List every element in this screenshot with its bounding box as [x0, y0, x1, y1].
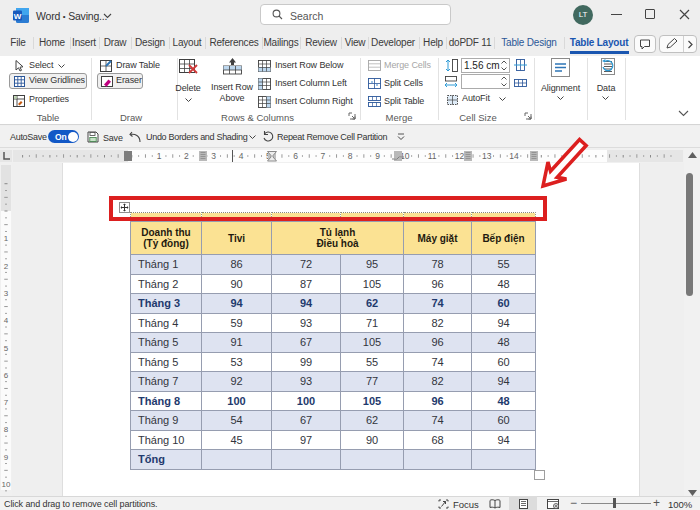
svg-text:2: 2 [4, 262, 9, 271]
svg-text:6: 6 [4, 371, 9, 380]
svg-text:11: 11 [428, 151, 437, 161]
svg-text:3: 3 [211, 151, 216, 161]
svg-text:3: 3 [4, 289, 9, 298]
svg-text:14: 14 [509, 151, 519, 161]
svg-text:1: 1 [4, 234, 9, 243]
svg-text:4: 4 [239, 151, 244, 161]
svg-text:7: 7 [321, 151, 326, 161]
svg-text:W: W [14, 12, 22, 21]
svg-text:10: 10 [2, 480, 11, 489]
svg-text:9: 9 [4, 453, 9, 462]
svg-text:6: 6 [293, 151, 298, 161]
svg-text:8: 8 [4, 425, 9, 434]
svg-text:2: 2 [184, 151, 189, 161]
svg-text:1: 1 [157, 151, 162, 161]
svg-text:4: 4 [4, 316, 9, 325]
svg-text:13: 13 [482, 151, 492, 161]
svg-text:7: 7 [4, 398, 9, 407]
svg-text:5: 5 [4, 344, 9, 353]
svg-text:8: 8 [348, 151, 353, 161]
svg-text:9: 9 [375, 151, 380, 161]
